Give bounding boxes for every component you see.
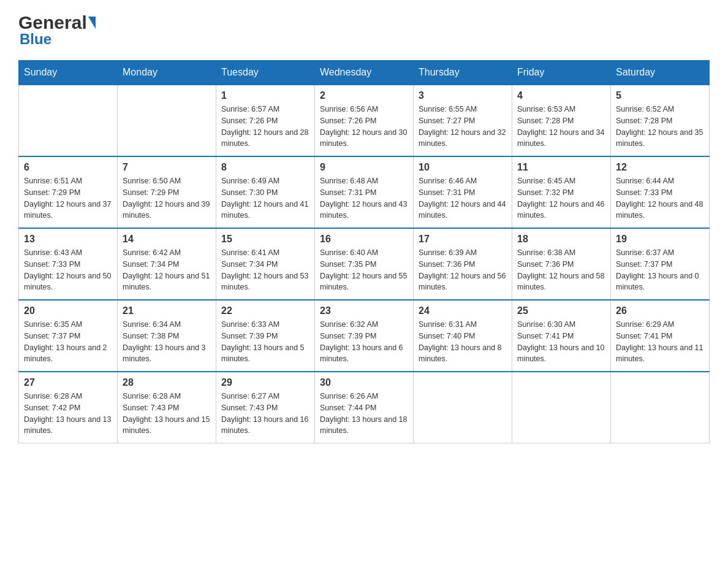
day-info: Sunrise: 6:28 AMSunset: 7:43 PMDaylight:…	[123, 391, 211, 437]
calendar-cell: 26Sunrise: 6:29 AMSunset: 7:41 PMDayligh…	[611, 300, 710, 372]
day-number: 20	[24, 305, 112, 316]
day-info: Sunrise: 6:27 AMSunset: 7:43 PMDaylight:…	[221, 391, 309, 437]
weekday-header-monday: Monday	[118, 61, 216, 85]
calendar-cell: 30Sunrise: 6:26 AMSunset: 7:44 PMDayligh…	[315, 372, 414, 443]
calendar-cell: 21Sunrise: 6:34 AMSunset: 7:38 PMDayligh…	[118, 300, 216, 372]
calendar-cell: 7Sunrise: 6:50 AMSunset: 7:29 PMDaylight…	[118, 156, 216, 228]
calendar-body: 1Sunrise: 6:57 AMSunset: 7:26 PMDaylight…	[19, 85, 710, 443]
day-info: Sunrise: 6:44 AMSunset: 7:33 PMDaylight:…	[616, 175, 704, 221]
day-number: 1	[221, 90, 309, 101]
day-number: 5	[616, 90, 704, 101]
day-info: Sunrise: 6:50 AMSunset: 7:29 PMDaylight:…	[123, 175, 211, 221]
day-number: 24	[419, 305, 507, 316]
calendar-cell: 15Sunrise: 6:41 AMSunset: 7:34 PMDayligh…	[216, 228, 315, 300]
day-number: 22	[221, 305, 309, 316]
calendar-cell	[19, 85, 118, 156]
calendar-cell: 19Sunrise: 6:37 AMSunset: 7:37 PMDayligh…	[611, 228, 710, 300]
calendar-cell: 4Sunrise: 6:53 AMSunset: 7:28 PMDaylight…	[512, 85, 611, 156]
day-number: 17	[419, 234, 507, 245]
day-info: Sunrise: 6:53 AMSunset: 7:28 PMDaylight:…	[517, 104, 605, 150]
calendar-cell: 1Sunrise: 6:57 AMSunset: 7:26 PMDaylight…	[216, 85, 315, 156]
day-number: 12	[616, 162, 704, 173]
day-number: 16	[320, 234, 408, 245]
calendar-cell: 18Sunrise: 6:38 AMSunset: 7:36 PMDayligh…	[512, 228, 611, 300]
day-number: 18	[517, 234, 605, 245]
logo-arrow-icon	[88, 17, 96, 29]
day-number: 21	[123, 305, 211, 316]
day-info: Sunrise: 6:33 AMSunset: 7:39 PMDaylight:…	[221, 319, 309, 365]
day-info: Sunrise: 6:34 AMSunset: 7:38 PMDaylight:…	[123, 319, 211, 365]
calendar-week-row: 6Sunrise: 6:51 AMSunset: 7:29 PMDaylight…	[19, 156, 710, 228]
day-number: 9	[320, 162, 408, 173]
logo-general-text: General	[18, 12, 87, 33]
day-number: 26	[616, 305, 704, 316]
calendar-cell: 11Sunrise: 6:45 AMSunset: 7:32 PMDayligh…	[512, 156, 611, 228]
day-number: 23	[320, 305, 408, 316]
weekday-header-tuesday: Tuesday	[216, 61, 315, 85]
calendar-cell: 16Sunrise: 6:40 AMSunset: 7:35 PMDayligh…	[315, 228, 414, 300]
calendar-cell: 9Sunrise: 6:48 AMSunset: 7:31 PMDaylight…	[315, 156, 414, 228]
calendar-cell: 23Sunrise: 6:32 AMSunset: 7:39 PMDayligh…	[315, 300, 414, 372]
calendar-cell: 10Sunrise: 6:46 AMSunset: 7:31 PMDayligh…	[414, 156, 512, 228]
logo-blue-text: Blue	[20, 31, 96, 48]
day-number: 27	[24, 377, 112, 388]
calendar-week-row: 1Sunrise: 6:57 AMSunset: 7:26 PMDaylight…	[19, 85, 710, 156]
calendar-week-row: 13Sunrise: 6:43 AMSunset: 7:33 PMDayligh…	[19, 228, 710, 300]
day-number: 3	[419, 90, 507, 101]
weekday-header-friday: Friday	[512, 61, 611, 85]
day-info: Sunrise: 6:26 AMSunset: 7:44 PMDaylight:…	[320, 391, 408, 437]
calendar-cell: 5Sunrise: 6:52 AMSunset: 7:28 PMDaylight…	[611, 85, 710, 156]
calendar-week-row: 27Sunrise: 6:28 AMSunset: 7:42 PMDayligh…	[19, 372, 710, 443]
weekday-header-wednesday: Wednesday	[315, 61, 414, 85]
day-info: Sunrise: 6:35 AMSunset: 7:37 PMDaylight:…	[24, 319, 112, 365]
calendar-cell: 3Sunrise: 6:55 AMSunset: 7:27 PMDaylight…	[414, 85, 512, 156]
page-header: General Blue	[18, 12, 710, 48]
day-number: 25	[517, 305, 605, 316]
calendar-header: SundayMondayTuesdayWednesdayThursdayFrid…	[19, 61, 710, 85]
day-info: Sunrise: 6:48 AMSunset: 7:31 PMDaylight:…	[320, 175, 408, 221]
day-info: Sunrise: 6:38 AMSunset: 7:36 PMDaylight:…	[517, 247, 605, 293]
day-number: 19	[616, 234, 704, 245]
day-info: Sunrise: 6:31 AMSunset: 7:40 PMDaylight:…	[419, 319, 507, 365]
day-info: Sunrise: 6:46 AMSunset: 7:31 PMDaylight:…	[419, 175, 507, 221]
calendar-cell: 13Sunrise: 6:43 AMSunset: 7:33 PMDayligh…	[19, 228, 118, 300]
day-number: 28	[123, 377, 211, 388]
weekday-header-saturday: Saturday	[611, 61, 710, 85]
calendar-cell: 12Sunrise: 6:44 AMSunset: 7:33 PMDayligh…	[611, 156, 710, 228]
calendar-cell: 24Sunrise: 6:31 AMSunset: 7:40 PMDayligh…	[414, 300, 512, 372]
calendar-cell: 14Sunrise: 6:42 AMSunset: 7:34 PMDayligh…	[118, 228, 216, 300]
calendar-table: SundayMondayTuesdayWednesdayThursdayFrid…	[18, 60, 710, 443]
day-number: 7	[123, 162, 211, 173]
day-number: 30	[320, 377, 408, 388]
calendar-cell: 17Sunrise: 6:39 AMSunset: 7:36 PMDayligh…	[414, 228, 512, 300]
day-number: 11	[517, 162, 605, 173]
day-number: 15	[221, 234, 309, 245]
weekday-header-thursday: Thursday	[414, 61, 512, 85]
calendar-cell: 22Sunrise: 6:33 AMSunset: 7:39 PMDayligh…	[216, 300, 315, 372]
day-info: Sunrise: 6:37 AMSunset: 7:37 PMDaylight:…	[616, 247, 704, 293]
calendar-week-row: 20Sunrise: 6:35 AMSunset: 7:37 PMDayligh…	[19, 300, 710, 372]
day-info: Sunrise: 6:51 AMSunset: 7:29 PMDaylight:…	[24, 175, 112, 221]
day-info: Sunrise: 6:32 AMSunset: 7:39 PMDaylight:…	[320, 319, 408, 365]
day-number: 8	[221, 162, 309, 173]
calendar-cell	[118, 85, 216, 156]
day-info: Sunrise: 6:49 AMSunset: 7:30 PMDaylight:…	[221, 175, 309, 221]
day-number: 10	[419, 162, 507, 173]
day-info: Sunrise: 6:28 AMSunset: 7:42 PMDaylight:…	[24, 391, 112, 437]
calendar-cell: 8Sunrise: 6:49 AMSunset: 7:30 PMDaylight…	[216, 156, 315, 228]
day-number: 14	[123, 234, 211, 245]
calendar-cell: 2Sunrise: 6:56 AMSunset: 7:26 PMDaylight…	[315, 85, 414, 156]
calendar-cell: 20Sunrise: 6:35 AMSunset: 7:37 PMDayligh…	[19, 300, 118, 372]
logo: General Blue	[18, 12, 96, 48]
day-info: Sunrise: 6:43 AMSunset: 7:33 PMDaylight:…	[24, 247, 112, 293]
weekday-header-row: SundayMondayTuesdayWednesdayThursdayFrid…	[19, 61, 710, 85]
day-info: Sunrise: 6:39 AMSunset: 7:36 PMDaylight:…	[419, 247, 507, 293]
calendar-cell: 28Sunrise: 6:28 AMSunset: 7:43 PMDayligh…	[118, 372, 216, 443]
day-info: Sunrise: 6:57 AMSunset: 7:26 PMDaylight:…	[221, 104, 309, 150]
day-number: 4	[517, 90, 605, 101]
day-info: Sunrise: 6:45 AMSunset: 7:32 PMDaylight:…	[517, 175, 605, 221]
day-number: 2	[320, 90, 408, 101]
calendar-cell	[512, 372, 611, 443]
day-number: 6	[24, 162, 112, 173]
calendar-cell	[611, 372, 710, 443]
